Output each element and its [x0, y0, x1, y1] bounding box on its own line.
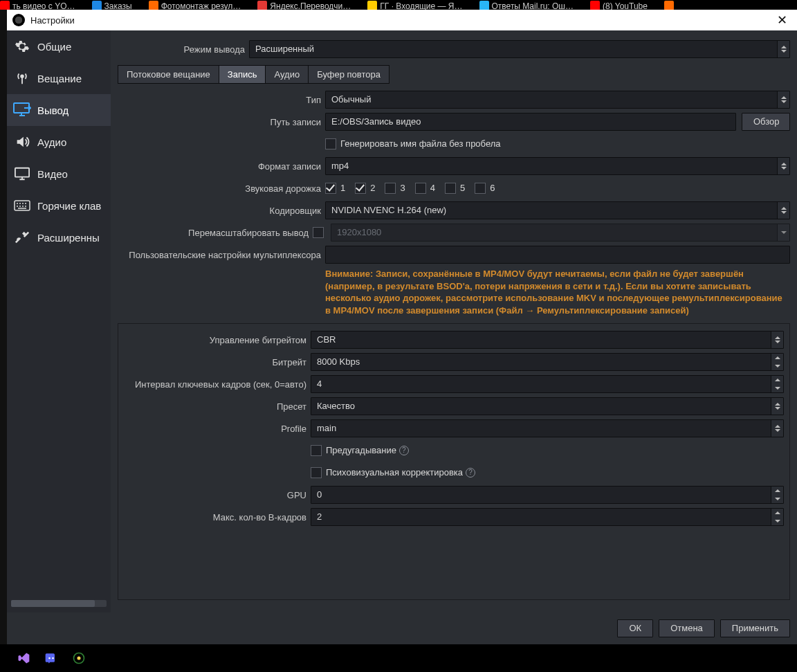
rescale-checkbox[interactable] — [313, 227, 324, 238]
sidebar-item-output[interactable]: Вывод — [7, 94, 111, 126]
svg-point-0 — [21, 75, 24, 78]
preset-label: Пресет — [124, 401, 311, 412]
ok-button[interactable]: ОК — [617, 619, 653, 637]
sidebar-item-label: Вывод — [37, 105, 68, 116]
gpu-input[interactable]: 0 — [311, 486, 784, 504]
sidebar-item-video[interactable]: Видео — [7, 158, 111, 190]
cancel-button[interactable]: Отмена — [659, 619, 715, 637]
apply-button[interactable]: Применить — [720, 619, 790, 637]
sidebar-item-label: Вещание — [37, 73, 82, 84]
muxer-input[interactable] — [325, 246, 790, 264]
sidebar-item-audio[interactable]: Аудио — [7, 126, 111, 158]
psycho-checkbox[interactable]: Психовизуальная корректировка? — [311, 467, 784, 479]
profile-select[interactable]: main — [311, 419, 784, 437]
sidebar-item-label: Видео — [37, 168, 68, 180]
tools-icon — [12, 229, 32, 246]
encoder-label: Кодировщик — [118, 206, 325, 216]
os-taskbar-top: ть видео с YO… Заказы Фотомонтаж резул… … — [0, 0, 797, 10]
app-icon[interactable] — [72, 651, 86, 665]
output-settings-panel: Режим вывода Расширенный Потоковое вещан… — [111, 30, 797, 612]
os-taskbar-bottom[interactable] — [0, 644, 797, 672]
speaker-icon — [12, 134, 32, 150]
discord-icon[interactable] — [44, 651, 58, 665]
tab-replaybuffer[interactable]: Буфер повтора — [309, 66, 389, 83]
bframes-label: Макс. кол-во B-кадров — [124, 512, 311, 523]
obs-icon — [12, 14, 25, 26]
track-5-checkbox[interactable]: 5 — [445, 183, 465, 194]
track-2-checkbox[interactable]: 2 — [355, 183, 375, 194]
profile-label: Profile — [124, 424, 311, 434]
monitor-arrow-icon — [12, 102, 32, 118]
filename-nospace-checkbox[interactable]: Генерировать имя файла без пробела — [325, 138, 790, 150]
sidebar-scrollbar[interactable] — [11, 600, 107, 607]
tab-audio[interactable]: Аудио — [266, 66, 309, 83]
track-1-checkbox[interactable]: 1 — [325, 183, 345, 194]
help-icon[interactable]: ? — [466, 468, 475, 478]
track-6-checkbox[interactable]: 6 — [475, 183, 495, 194]
audio-track-label: Звуковая дорожка — [118, 183, 325, 194]
taskbar-item[interactable]: (8) YouTube — [590, 0, 656, 10]
tab-recording[interactable]: Запись — [219, 66, 266, 83]
sidebar-item-stream[interactable]: Вещание — [7, 62, 111, 94]
titlebar[interactable]: Настройки ✕ — [7, 10, 797, 30]
sidebar-item-label: Общие — [37, 41, 71, 53]
close-icon[interactable]: ✕ — [773, 14, 791, 26]
encoder-select[interactable]: NVIDIA NVENC H.264 (new) — [325, 201, 790, 219]
svg-point-4 — [48, 657, 51, 660]
recording-format-label: Формат записи — [118, 161, 325, 172]
dialog-footer: ОК Отмена Применить — [7, 612, 797, 644]
sidebar-item-label: Горячие клав — [37, 200, 101, 212]
sidebar-item-advanced[interactable]: Расширенны — [7, 221, 111, 253]
bframes-input[interactable]: 2 — [311, 508, 784, 526]
svg-point-5 — [52, 657, 54, 660]
taskbar-item[interactable]: ГГ · Входящие — Я… — [367, 0, 470, 10]
monitor-icon — [12, 165, 32, 182]
taskbar-item[interactable] — [664, 0, 677, 10]
tab-streaming[interactable]: Потоковое вещание — [118, 66, 219, 83]
sidebar-item-hotkeys[interactable]: Горячие клав — [7, 190, 111, 221]
rescale-select[interactable]: 1920x1080 — [331, 224, 790, 242]
help-icon[interactable]: ? — [399, 446, 409, 455]
output-tabs: Потоковое вещание Запись Аудио Буфер пов… — [118, 65, 390, 84]
antenna-icon — [12, 70, 32, 87]
taskbar-item[interactable]: Яндекс.Переводчи… — [257, 0, 359, 10]
taskbar-item[interactable]: Ответы Mail.ru: Ош… — [479, 0, 582, 10]
svg-rect-2 — [15, 168, 29, 177]
encoder-settings-group: Управление битрейтом CBR Битрейт 8000 Kb… — [118, 323, 790, 600]
rate-control-select[interactable]: CBR — [311, 331, 784, 349]
recording-format-select[interactable]: mp4 — [325, 157, 790, 175]
bitrate-input[interactable]: 8000 Kbps — [311, 353, 784, 371]
output-mode-select[interactable]: Расширенный — [249, 40, 790, 58]
recording-settings: Тип Обычный Путь записи E:/OBS/Запись ви… — [118, 91, 790, 316]
taskbar-item[interactable]: Заказы — [92, 0, 140, 10]
sidebar-item-general[interactable]: Общие — [7, 30, 111, 62]
settings-window: Настройки ✕ Общие Вещание — [0, 10, 797, 644]
browse-button[interactable]: Обзор — [742, 113, 790, 131]
taskbar-item[interactable]: Фотомонтаж резул… — [149, 0, 250, 10]
taskbar-item[interactable]: ть видео с YO… — [0, 0, 84, 10]
recording-type-select[interactable]: Обычный — [325, 91, 790, 109]
gpu-label: GPU — [124, 490, 311, 500]
svg-rect-3 — [15, 201, 30, 210]
visualstudio-icon[interactable] — [17, 651, 30, 665]
recording-path-label: Путь записи — [118, 117, 325, 127]
recording-path-input[interactable]: E:/OBS/Запись видео — [325, 113, 736, 131]
keyboard-icon — [12, 197, 32, 214]
rescale-label: Перемасштабировать вывод — [118, 228, 313, 238]
svg-point-7 — [77, 657, 81, 660]
output-mode-label: Режим вывода — [118, 44, 249, 55]
lookahead-checkbox[interactable]: Предугадывание? — [311, 445, 784, 457]
settings-sidebar: Общие Вещание Вывод — [7, 30, 111, 612]
recording-type-label: Тип — [118, 95, 325, 105]
sidebar-item-label: Аудио — [37, 136, 66, 148]
mp4-warning: Внимание: Записи, сохранённые в MP4/MOV … — [325, 268, 790, 316]
track-4-checkbox[interactable]: 4 — [415, 183, 435, 194]
window-title: Настройки — [30, 15, 75, 26]
keyint-input[interactable]: 4 — [311, 375, 784, 393]
bitrate-label: Битрейт — [124, 357, 311, 367]
keyint-label: Интервал ключевых кадров (сек, 0=авто) — [124, 379, 311, 390]
preset-select[interactable]: Качество — [311, 397, 784, 415]
sidebar-item-label: Расширенны — [37, 232, 100, 244]
rate-control-label: Управление битрейтом — [124, 335, 311, 345]
track-3-checkbox[interactable]: 3 — [385, 183, 405, 194]
